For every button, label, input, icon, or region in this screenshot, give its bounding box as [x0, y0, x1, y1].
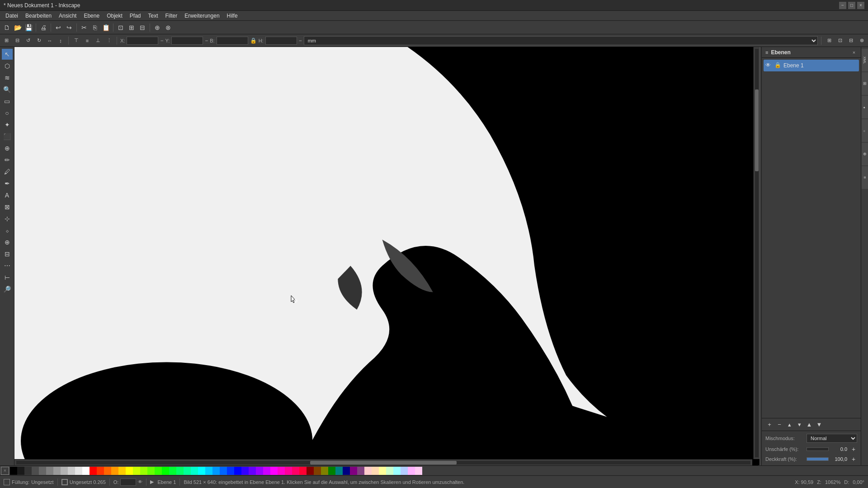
color-swatch[interactable] — [350, 467, 357, 475]
minimize-button[interactable]: − — [839, 2, 846, 9]
text-tool[interactable]: A — [2, 190, 13, 201]
color-swatch[interactable] — [176, 467, 184, 475]
measure-tool[interactable]: ⊢ — [2, 272, 13, 283]
color-swatch[interactable] — [126, 467, 133, 475]
align-tab[interactable]: ≡ — [862, 166, 868, 189]
color-swatch[interactable] — [314, 467, 321, 475]
color-swatch[interactable] — [256, 467, 263, 475]
color-swatch[interactable] — [379, 467, 386, 475]
new-button[interactable]: 🗋 — [2, 23, 12, 33]
color-swatch[interactable] — [68, 467, 75, 475]
menu-filter[interactable]: Filter — [162, 12, 181, 20]
color-swatch[interactable] — [335, 467, 343, 475]
h-scroll-thumb[interactable] — [310, 461, 457, 465]
deckkraft-add-button[interactable]: + — [850, 455, 857, 463]
fill-tab[interactable]: ⬥ — [862, 96, 868, 118]
vertical-scrollbar[interactable] — [753, 47, 760, 459]
pen-tool[interactable]: 🖊 — [2, 166, 13, 177]
color-swatch[interactable] — [212, 467, 220, 475]
add-layer-button[interactable]: + — [765, 421, 774, 429]
menu-ebene[interactable]: Ebene — [80, 12, 103, 20]
canvas-area[interactable] — [14, 47, 760, 465]
x-input[interactable]: 28,329 — [127, 37, 158, 45]
color-swatch[interactable] — [415, 467, 422, 475]
align-top-btn[interactable]: ⊤ — [72, 36, 81, 45]
rect-tool[interactable]: ▭ — [2, 96, 13, 107]
color-swatch[interactable] — [393, 467, 401, 475]
calligraphy-tool[interactable]: ✒ — [2, 178, 13, 189]
deselect-btn[interactable]: ⊟ — [13, 36, 22, 45]
transform-tab[interactable]: ⊕ — [862, 143, 868, 165]
spiral-tool[interactable]: ⊕ — [2, 143, 13, 154]
color-swatch[interactable] — [227, 467, 234, 475]
dropper-tool[interactable]: ⊹ — [2, 213, 13, 224]
eraser-tool[interactable]: ⊟ — [2, 249, 13, 259]
color-swatch[interactable] — [234, 467, 241, 475]
color-swatch[interactable] — [90, 467, 97, 475]
unit-select[interactable]: mm px cm in — [304, 36, 818, 45]
paste-button[interactable]: 📋 — [101, 23, 111, 33]
menu-bearbeiten[interactable]: Bearbeiten — [22, 12, 55, 20]
save-button[interactable]: 💾 — [24, 23, 33, 33]
clip-btn[interactable]: ⊗ — [857, 36, 866, 45]
paint-bucket-tool[interactable]: ⬦ — [2, 225, 13, 236]
zoom-tool[interactable]: 🔍 — [2, 84, 13, 95]
redo-button[interactable]: ↪ — [64, 23, 74, 33]
color-swatch[interactable] — [53, 467, 61, 475]
color-swatch[interactable] — [241, 467, 249, 475]
tweak-tool[interactable]: ≋ — [2, 72, 13, 83]
h-input[interactable]: 169,333 — [265, 37, 297, 45]
skew-btn[interactable]: ⊡ — [835, 36, 844, 45]
color-swatch[interactable] — [111, 467, 118, 475]
color-swatch[interactable] — [364, 467, 372, 475]
maximize-button[interactable]: □ — [848, 2, 855, 9]
zoom-page-button[interactable]: ⊞ — [127, 23, 137, 33]
mask-btn[interactable]: ⊟ — [846, 36, 855, 45]
menu-objekt[interactable]: Objekt — [103, 12, 126, 20]
flip-h-btn[interactable]: ↔ — [45, 36, 54, 45]
color-swatch[interactable] — [10, 467, 17, 475]
ellipse-tool[interactable]: ○ — [2, 108, 13, 118]
select-all-btn[interactable]: ⊞ — [2, 36, 11, 45]
stroke-tab[interactable]: ⬦ — [862, 119, 868, 142]
3d-tool[interactable]: ⬛ — [2, 131, 13, 142]
layer-row-1[interactable]: 👁 🔒 Ebene 1 — [764, 60, 859, 71]
color-swatch[interactable] — [61, 467, 68, 475]
node-button[interactable]: ⊗ — [163, 23, 173, 33]
v-scroll-thumb[interactable] — [755, 89, 759, 171]
color-swatch[interactable] — [32, 467, 39, 475]
horizontal-scrollbar[interactable] — [14, 459, 752, 465]
menu-pfad[interactable]: Pfad — [126, 12, 145, 20]
color-swatch[interactable] — [386, 467, 393, 475]
no-color-swatch[interactable]: × — [1, 467, 9, 475]
color-swatch[interactable] — [343, 467, 350, 475]
zoom-selection-button[interactable]: ⊟ — [137, 23, 147, 33]
color-swatch[interactable] — [104, 467, 111, 475]
color-swatch[interactable] — [24, 467, 32, 475]
color-swatch[interactable] — [198, 467, 205, 475]
color-swatch[interactable] — [46, 467, 53, 475]
close-button[interactable]: × — [857, 2, 864, 9]
color-swatch[interactable] — [17, 467, 24, 475]
color-swatch[interactable] — [118, 467, 126, 475]
distribute-btn[interactable]: ⋮ — [104, 36, 113, 45]
color-swatch[interactable] — [357, 467, 364, 475]
opacity-input[interactable]: 100 — [120, 479, 136, 486]
color-swatch[interactable] — [39, 467, 46, 475]
pencil-tool[interactable]: ✏ — [2, 155, 13, 165]
cut-button[interactable]: ✂ — [79, 23, 89, 33]
color-swatch[interactable] — [278, 467, 285, 475]
undo-button[interactable]: ↩ — [53, 23, 63, 33]
color-swatch[interactable] — [270, 467, 278, 475]
align-center-btn[interactable]: ≡ — [83, 36, 92, 45]
color-swatch[interactable] — [162, 467, 169, 475]
color-swatch[interactable] — [220, 467, 227, 475]
rotate-ccw-btn[interactable]: ↺ — [24, 36, 33, 45]
blend-mode-select[interactable]: Normal Multiply Screen Overlay — [807, 434, 857, 443]
color-swatch[interactable] — [82, 467, 90, 475]
color-swatch[interactable] — [328, 467, 335, 475]
w-input[interactable]: 137,848 — [217, 37, 248, 45]
color-swatch[interactable] — [169, 467, 176, 475]
unschaerfe-add-button[interactable]: + — [850, 446, 857, 453]
color-swatch[interactable] — [285, 467, 292, 475]
